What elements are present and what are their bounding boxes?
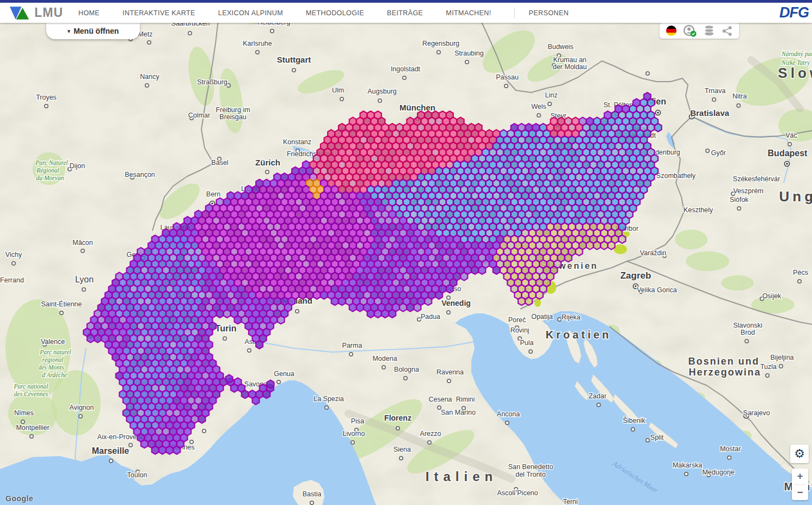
- city-label: Keszthely: [684, 206, 713, 214]
- city-label: Valence: [41, 338, 65, 346]
- city-label: Cesena: [428, 396, 452, 403]
- city-label: Ancona: [497, 410, 520, 418]
- city-label: La Spezia: [313, 395, 344, 403]
- country-label: Frankreich: [0, 213, 5, 231]
- country-label: Kroatien: [545, 329, 611, 341]
- nav-item-interaktive-karte[interactable]: INTERAKTIVE KARTE: [122, 9, 195, 17]
- city-label: Breisgau: [219, 113, 246, 121]
- city-label: Marseille: [92, 446, 130, 455]
- city-label: Bern: [206, 190, 220, 198]
- city-label: Sarajevo: [743, 409, 770, 417]
- city-label: Bologna: [394, 366, 419, 373]
- nav-item-lexicon-alpinum[interactable]: LEXICON ALPINUM: [218, 9, 283, 17]
- city-label: Nitra: [733, 93, 747, 100]
- city-label: Augsburg: [367, 88, 397, 95]
- interactive-map[interactable]: ReimsMetzSaarbrückenHeidelbergKarlsruheS…: [0, 0, 812, 505]
- city-label: Rijeka: [562, 313, 581, 321]
- nav-item-beitr-ge[interactable]: BEITRÄGE: [387, 9, 423, 17]
- city-label: Stuttgart: [277, 55, 311, 64]
- city-label: Metz: [138, 30, 152, 38]
- city-label: Straßburg: [197, 78, 227, 86]
- main-nav: HOMEINTERAKTIVE KARTELEXICON ALPINUMMETH…: [78, 8, 779, 19]
- city-label: Toulon: [127, 471, 147, 479]
- city-label: Pisa: [351, 417, 364, 425]
- city-label: Slavonski: [733, 322, 762, 329]
- country-label: Italien: [426, 469, 497, 484]
- city-label: Livorno: [343, 430, 365, 438]
- dfg-logo[interactable]: DFG: [779, 4, 809, 21]
- user-account-icon[interactable]: [683, 24, 697, 38]
- city-label: Budapest: [768, 149, 808, 158]
- city-label: Freiburg im: [216, 106, 250, 114]
- city-label: del Tronto: [515, 471, 546, 478]
- zoom-out-button[interactable]: −: [792, 485, 808, 501]
- park-label: Régional: [36, 167, 59, 174]
- city-label: Modena: [372, 355, 397, 362]
- nav-divider: [514, 8, 515, 19]
- nav-item-personen[interactable]: PERSONEN: [529, 9, 569, 17]
- city-label: Dijon: [70, 162, 85, 170]
- city-label: Venedig: [441, 299, 471, 307]
- nav-item-methodologie[interactable]: METHODOLOGIE: [306, 9, 364, 17]
- map-toolbar: [660, 23, 739, 39]
- city-label: Osijek: [762, 292, 782, 300]
- city-label: Pécs: [793, 269, 808, 276]
- park-label: du Morvan: [36, 175, 64, 181]
- city-label: Győr: [711, 149, 725, 157]
- flag-stripe-gold: [666, 33, 676, 36]
- city-label: San Benedetto: [508, 463, 553, 471]
- city-label: San Marino: [441, 409, 476, 416]
- city-label: Bijeljina: [770, 354, 793, 361]
- city-label: Bratislava: [690, 108, 729, 118]
- gear-icon: ⚙: [794, 447, 805, 461]
- verba-alpina-logo-icon: [9, 5, 30, 21]
- city-label: Colmar: [188, 112, 210, 119]
- city-label: Nancy: [140, 73, 159, 81]
- nav-item-mitmachen-[interactable]: MITMACHEN!: [446, 9, 491, 17]
- park-label: des Cévennes: [14, 391, 48, 397]
- map-settings-button[interactable]: ⚙: [790, 445, 809, 463]
- city-label: Krumau an: [553, 56, 586, 64]
- park-label: d'Ardèche: [42, 372, 67, 378]
- city-label: Turin: [216, 324, 237, 333]
- city-label: Poreč: [508, 316, 526, 324]
- country-label: Bosnien und: [688, 356, 760, 367]
- city-label: Velika Gorica: [637, 286, 677, 294]
- city-label: Genua: [274, 370, 294, 378]
- share-icon[interactable]: [722, 26, 733, 36]
- city-label: Ferrand: [0, 276, 24, 284]
- park-label: des Monts: [39, 364, 64, 371]
- lmu-logo-text: LMU: [34, 5, 63, 20]
- city-label: Terni: [563, 498, 577, 505]
- city-label: Ascoli Piceno: [497, 489, 538, 497]
- city-label: Florenz: [384, 414, 411, 422]
- city-label: Siena: [393, 446, 411, 453]
- city-label: Troyes: [36, 94, 57, 101]
- city-label: Pula: [520, 339, 533, 347]
- city-label: Rimini: [456, 396, 475, 403]
- city-label: Karlsruhe: [243, 40, 272, 47]
- city-label: München: [399, 103, 435, 112]
- verba-alpina-app: ReimsMetzSaarbrückenHeidelbergKarlsruheS…: [0, 0, 812, 505]
- lmu-logo[interactable]: LMU: [9, 5, 63, 21]
- zoom-in-button[interactable]: +: [792, 469, 808, 484]
- city-label: Zadar: [589, 392, 607, 400]
- city-label: Regensburg: [422, 40, 459, 47]
- city-label: Tuzla: [760, 363, 777, 371]
- city-label: Šibenik: [623, 416, 646, 424]
- german-flag-icon[interactable]: [666, 26, 676, 36]
- top-accent-strip: [0, 0, 812, 3]
- open-menu-label: Menü öffnen: [73, 27, 119, 35]
- city-label: Split: [650, 434, 664, 441]
- city-label: Straubing: [454, 50, 484, 57]
- city-label: Medugorje: [702, 469, 734, 476]
- city-label: Ingolstadt: [391, 65, 421, 73]
- city-label: Padua: [421, 313, 440, 321]
- database-layers-icon[interactable]: [703, 24, 715, 38]
- park-label: Parc national: [13, 383, 48, 390]
- open-menu-button[interactable]: ▾ Menü öffnen: [46, 23, 140, 39]
- nav-item-home[interactable]: HOME: [78, 9, 100, 17]
- city-label: Budweis: [548, 43, 573, 51]
- city-label: Rovinj: [510, 327, 530, 334]
- park-label: Národný park: [781, 51, 812, 58]
